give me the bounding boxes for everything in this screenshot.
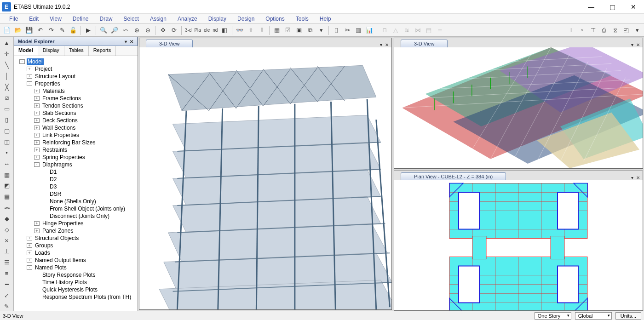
zoom-previous-icon[interactable]: ⤺ bbox=[121, 25, 131, 35]
viewport-right-bottom-plan[interactable]: Plan View - CUBE-L2 - Z = 384 (in) ▾✕ bbox=[394, 171, 643, 311]
tree-toggle-icon[interactable]: + bbox=[27, 236, 32, 240]
model-tree[interactable]: -Model+Project+Structure Layout-Properti… bbox=[14, 56, 138, 311]
tab-reports[interactable]: Reports bbox=[89, 46, 116, 56]
snap-mid-icon[interactable]: ◇ bbox=[2, 225, 12, 234]
tree-item[interactable]: -Properties bbox=[15, 80, 137, 87]
menu-design[interactable]: Design bbox=[232, 15, 260, 23]
draw-link-icon[interactable]: ⫘ bbox=[2, 203, 12, 212]
orbit-icon[interactable]: ⟳ bbox=[169, 25, 179, 35]
tree-toggle-icon[interactable]: + bbox=[34, 118, 40, 123]
tree-toggle-icon[interactable]: + bbox=[34, 221, 40, 226]
tree-item[interactable]: +Spring Properties bbox=[15, 154, 137, 161]
snap-end-icon[interactable]: ◆ bbox=[2, 214, 12, 223]
zoom-window-icon[interactable]: 🔍 bbox=[98, 25, 109, 35]
menu-analyze[interactable]: Analyze bbox=[172, 15, 203, 23]
tree-item[interactable]: +Materials bbox=[15, 87, 137, 95]
menu-display[interactable]: Display bbox=[203, 15, 232, 23]
tree-toggle-icon[interactable]: - bbox=[34, 162, 40, 167]
tree-toggle-icon[interactable]: + bbox=[34, 140, 40, 145]
view-tab-right-bottom[interactable]: Plan View - CUBE-L2 - Z = 384 (in) bbox=[401, 172, 506, 180]
draw-floor-icon[interactable]: ▭ bbox=[2, 104, 12, 114]
tree-toggle-icon[interactable]: + bbox=[34, 133, 40, 137]
menu-help[interactable]: Help bbox=[314, 15, 337, 23]
coords-dropdown[interactable]: Global bbox=[575, 312, 612, 320]
close-button[interactable]: ✕ bbox=[623, 0, 644, 14]
link-assign-icon[interactable]: ≋ bbox=[402, 25, 412, 35]
pan-icon[interactable]: ✥ bbox=[158, 25, 168, 35]
run-icon[interactable]: ▶ bbox=[83, 25, 93, 35]
tree-item[interactable]: +Project bbox=[15, 65, 137, 73]
show-shells-icon[interactable]: ▣ bbox=[294, 25, 304, 35]
tree-toggle-icon[interactable]: + bbox=[34, 89, 40, 93]
zoom-in-icon[interactable]: ⊕ bbox=[132, 25, 142, 35]
view-elev-button[interactable]: ele bbox=[203, 28, 211, 33]
draw-grid-icon[interactable]: ▦ bbox=[2, 170, 12, 179]
draw-wall-icon[interactable]: ▯ bbox=[2, 115, 12, 125]
tree-item[interactable]: +Hinge Properties bbox=[15, 220, 137, 227]
save-icon[interactable]: 💾 bbox=[24, 25, 34, 35]
menu-select[interactable]: Select bbox=[118, 15, 144, 23]
snap-intersect-icon[interactable]: ⨯ bbox=[2, 236, 12, 245]
tree-item[interactable]: +Structural Objects bbox=[15, 234, 137, 242]
shell-assign-icon[interactable]: △ bbox=[391, 25, 401, 35]
tree-item[interactable]: +Slab Sections bbox=[15, 109, 137, 117]
extrude-icon[interactable]: ⤢ bbox=[2, 291, 12, 300]
perspective-icon[interactable]: ◧ bbox=[219, 25, 230, 35]
tree-item[interactable]: Quick Hysteresis Plots bbox=[15, 286, 137, 293]
tree-item[interactable]: +Named Output Items bbox=[15, 257, 137, 264]
tree-toggle-icon[interactable]: + bbox=[34, 229, 40, 233]
menu-view[interactable]: View bbox=[44, 15, 67, 23]
frame-assign-icon[interactable]: ⊓ bbox=[380, 25, 390, 35]
tree-item[interactable]: Response Spectrum Plots (from TH) bbox=[15, 293, 137, 301]
tree-toggle-icon[interactable]: + bbox=[27, 67, 32, 71]
tree-item[interactable]: Story Response Plots bbox=[15, 271, 137, 279]
redo-icon[interactable]: ↷ bbox=[46, 25, 56, 35]
menu-draw[interactable]: Draw bbox=[94, 15, 118, 23]
panel-close-icon[interactable]: ✕ bbox=[130, 39, 133, 44]
menu-tools[interactable]: Tools bbox=[290, 15, 314, 23]
view-dropdown-icon[interactable]: ▾ bbox=[631, 175, 633, 180]
view-close-icon[interactable]: ✕ bbox=[636, 175, 640, 180]
draw-dimension-icon[interactable]: ↔ bbox=[2, 159, 12, 168]
tree-item[interactable]: -Model bbox=[15, 58, 137, 65]
view-dropdown-icon[interactable]: ▾ bbox=[380, 42, 382, 47]
joint-assign-icon[interactable]: ⋈ bbox=[413, 25, 423, 35]
tree-toggle-icon[interactable]: + bbox=[34, 96, 40, 101]
tree-toggle-icon[interactable]: + bbox=[27, 258, 32, 263]
canvas-right-bottom[interactable] bbox=[394, 180, 643, 310]
refresh-icon[interactable]: ✎ bbox=[57, 25, 67, 35]
tree-item[interactable]: +Deck Sections bbox=[15, 117, 137, 124]
tree-toggle-icon[interactable]: - bbox=[27, 81, 32, 86]
draw-opening-icon[interactable]: ◫ bbox=[2, 137, 12, 147]
show-links-icon[interactable]: ⧉ bbox=[305, 25, 315, 35]
view-3d-button[interactable]: 3-d bbox=[184, 28, 192, 33]
tree-toggle-icon[interactable]: + bbox=[34, 126, 40, 130]
all-stories-icon[interactable]: ☰ bbox=[2, 258, 12, 267]
tree-item[interactable]: Time History Plots bbox=[15, 279, 137, 286]
tree-item[interactable]: -Diaphragms bbox=[15, 161, 137, 168]
up-story-icon[interactable]: ⇧ bbox=[246, 25, 256, 35]
design-steel-icon[interactable]: Ｉ bbox=[566, 25, 576, 35]
grid-icon[interactable]: ▥ bbox=[353, 25, 363, 35]
menu-edit[interactable]: Edit bbox=[23, 15, 44, 23]
tree-item[interactable]: D2 bbox=[15, 176, 137, 183]
canvas-right-top[interactable] bbox=[394, 47, 643, 168]
draw-beam-icon[interactable]: ╲ bbox=[2, 61, 12, 70]
tree-toggle-icon[interactable]: + bbox=[34, 155, 40, 160]
table-icon[interactable]: ▤ bbox=[424, 25, 434, 35]
tree-toggle-icon[interactable]: + bbox=[27, 243, 32, 248]
draw-slab-icon[interactable]: ▤ bbox=[2, 192, 12, 201]
dropdown-icon[interactable]: ▾ bbox=[316, 25, 326, 35]
tree-toggle-icon[interactable]: + bbox=[34, 111, 40, 115]
design-shear-icon[interactable]: ⎙ bbox=[599, 25, 609, 35]
measure-icon[interactable]: ⌷ bbox=[331, 25, 341, 35]
tree-item[interactable]: +Wall Sections bbox=[15, 124, 137, 131]
view-node-button[interactable]: nd bbox=[212, 28, 218, 33]
zoom-out-icon[interactable]: ⊖ bbox=[143, 25, 153, 35]
show-nodes-icon[interactable]: ▦ bbox=[272, 25, 282, 35]
snap-perpendicular-icon[interactable]: ⊥ bbox=[2, 247, 12, 256]
new-icon[interactable]: 📄 bbox=[2, 25, 12, 35]
tree-item[interactable]: +Structure Layout bbox=[15, 73, 137, 80]
draw-column-icon[interactable]: │ bbox=[2, 72, 12, 81]
menu-define[interactable]: Define bbox=[67, 15, 94, 23]
